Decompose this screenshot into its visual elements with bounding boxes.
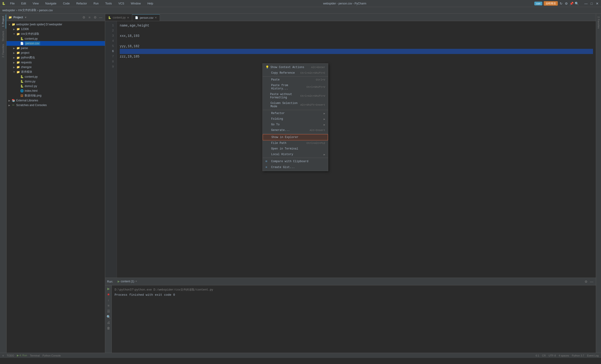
- ctx-label-show-in-explorer: Show in Explorer: [271, 136, 298, 139]
- app-icon: 🐍: [2, 2, 5, 5]
- menubar-navigate[interactable]: Navigate: [43, 1, 58, 6]
- tree-item-12306[interactable]: ▶ 📁 12306: [7, 27, 105, 31]
- tree-item-content-py2[interactable]: 🐍 content.py: [7, 74, 105, 79]
- sync-icon[interactable]: ↻: [559, 2, 563, 5]
- statusbar-terminal[interactable]: Terminal: [30, 354, 40, 357]
- ctx-compare-clipboard[interactable]: ⊞ Compare with Clipboard: [263, 158, 328, 164]
- ctx-paste[interactable]: Paste Ctrl+V: [263, 77, 328, 83]
- tree-item-webspider[interactable]: ▼ 📁 webspider [web spider] D:\webspider: [7, 22, 105, 27]
- tree-item-scratches[interactable]: ▶ ✏ Scratches and Consoles: [7, 103, 105, 108]
- run-filter-btn[interactable]: 🔍: [106, 315, 111, 319]
- tab-content-py-close[interactable]: ✕: [127, 16, 129, 19]
- ctx-create-gist[interactable]: ⊕ Create Gist...: [263, 164, 328, 170]
- run-play-btn[interactable]: ▶: [106, 286, 111, 291]
- menubar-file[interactable]: File: [8, 1, 16, 6]
- minimize-button[interactable]: —: [584, 2, 588, 5]
- ctx-copy-reference[interactable]: Copy Reference Ctrl+Alt+Shift+C: [263, 70, 328, 76]
- ctx-generate[interactable]: Generate... Alt+Insert: [263, 128, 328, 133]
- tree-arrow-zhengze: ▶: [12, 65, 16, 69]
- tree-item-parse[interactable]: ▶ 📁 parse: [7, 46, 105, 50]
- tree-item-person-csv[interactable]: 📄 person.csv: [7, 41, 105, 46]
- project-dropdown-icon[interactable]: ▼: [24, 16, 27, 19]
- run-tab-close[interactable]: ✕: [135, 280, 137, 283]
- code-text-3: xxx,18,193: [120, 33, 140, 39]
- scratch-icon: ✏: [11, 103, 16, 107]
- ctx-file-path[interactable]: File Path Ctrl+Alt+F12: [263, 140, 328, 146]
- tree-item-request-module[interactable]: ▼ 📁 请求模块: [7, 69, 105, 74]
- statusbar-run[interactable]: ▶ 4: Run: [17, 354, 27, 357]
- ctx-show-in-explorer[interactable]: Show in Explorer: [263, 134, 328, 140]
- code-area[interactable]: name,age,height xxx,18,193 yyy,18,182 zz…: [117, 21, 596, 278]
- ctx-paste-no-format[interactable]: Paste without Formatting Ctrl+Alt+Shift+…: [263, 91, 328, 100]
- ctx-column-select[interactable]: Column Selection Mode Alt+Shift+Insert: [263, 100, 328, 109]
- menubar-code[interactable]: Code: [61, 1, 72, 6]
- tree-item-data-png[interactable]: 🖼 数据传输.png: [7, 93, 105, 98]
- menubar-edit[interactable]: Edit: [19, 1, 28, 6]
- tab-person-csv-close[interactable]: ✕: [155, 16, 157, 19]
- breadcrumb-part2[interactable]: csv文件的读取: [18, 8, 36, 12]
- tree-item-zhengze[interactable]: ▶ 📁 zhengze: [7, 65, 105, 69]
- run-print-btn[interactable]: 🖨: [106, 320, 111, 325]
- tab-csv-icon: 📄: [135, 16, 138, 19]
- menubar-refactor[interactable]: Refactor: [74, 1, 89, 6]
- project-list-icon[interactable]: ≡: [87, 15, 92, 20]
- menubar-view[interactable]: View: [31, 1, 41, 6]
- breadcrumb-part1[interactable]: webspider: [2, 9, 15, 12]
- project-settings-icon[interactable]: ⚙: [81, 15, 86, 20]
- tree-item-domo-py[interactable]: 🐍 domo.py: [7, 79, 105, 84]
- statusbar-event-log[interactable]: Event Log: [587, 354, 599, 357]
- tree-item-project[interactable]: ▶ 📁 project: [7, 50, 105, 55]
- run-minimize-icon[interactable]: —: [589, 279, 594, 284]
- statusbar-indent[interactable]: 4 spaces: [559, 354, 569, 357]
- run-trash-btn[interactable]: 🗑: [106, 326, 111, 330]
- statusbar-encoding[interactable]: UTF-8: [549, 354, 556, 357]
- statusbar-python-console[interactable]: Python Console: [42, 354, 61, 357]
- tree-item-python-crawler[interactable]: ▶ 📁 python爬虫: [7, 55, 105, 60]
- tab-content-py[interactable]: 🐍 content.py ✕: [105, 14, 132, 21]
- pin-icon[interactable]: 📌: [570, 2, 573, 5]
- settings-icon[interactable]: ⚙: [564, 2, 568, 5]
- ctx-show-context-actions[interactable]: 💡 Show Context Actions Alt+Enter: [263, 64, 328, 70]
- tree-item-csv-folder[interactable]: ▼ 📁 csv文件的读取: [7, 31, 105, 36]
- statusbar-todo[interactable]: TODO: [7, 354, 14, 357]
- ctx-shortcut-paste: Ctrl+V: [316, 79, 325, 81]
- statusbar-cursor-pos[interactable]: 6:1: [535, 354, 539, 357]
- tree-item-index-html[interactable]: 🌐 index.html: [7, 89, 105, 93]
- statusbar-python-version[interactable]: Python 3.7: [572, 354, 584, 357]
- tree-item-content-py[interactable]: 🐍 content.py: [7, 36, 105, 41]
- close-button[interactable]: ✕: [595, 2, 599, 5]
- ctx-folding[interactable]: Folding ▶: [263, 116, 328, 122]
- breadcrumb-part3[interactable]: person.csv: [39, 9, 53, 12]
- search-icon[interactable]: 🔍: [575, 2, 579, 5]
- run-settings-icon[interactable]: ⚙: [584, 279, 588, 284]
- side-tab-project[interactable]: 1: Project: [0, 15, 6, 29]
- ctx-refactor[interactable]: Refactor ▶: [263, 110, 328, 116]
- statusbar-line-endings[interactable]: CR: [542, 354, 546, 357]
- side-tab-structure[interactable]: Structure: [0, 29, 6, 43]
- menubar-run[interactable]: Run: [91, 1, 100, 6]
- project-gear-icon[interactable]: ⚙: [93, 15, 97, 20]
- maximize-button[interactable]: □: [590, 2, 593, 5]
- run-scroll-down-btn[interactable]: ↓: [106, 298, 111, 302]
- run-list-btn[interactable]: ☰: [106, 309, 111, 314]
- tree-item-requests[interactable]: ▶ 📁 requests: [7, 60, 105, 65]
- run-stop-btn[interactable]: ■: [106, 292, 111, 297]
- ctx-paste-history[interactable]: Paste from History... Ctrl+Shift+V: [263, 83, 328, 91]
- project-close-icon[interactable]: —: [98, 15, 103, 20]
- ctx-goto[interactable]: Go To ▶: [263, 122, 328, 128]
- ctx-open-terminal[interactable]: Open in Terminal: [263, 146, 328, 152]
- ctx-local-history[interactable]: Local History ▶: [263, 152, 328, 157]
- run-tab-content[interactable]: ▶ content (1) ✕: [116, 279, 139, 285]
- menubar-help[interactable]: Help: [146, 1, 155, 6]
- statusbar-menu-icon[interactable]: ≡: [2, 354, 4, 357]
- menubar-tools[interactable]: Tools: [103, 1, 114, 6]
- run-wrap-btn[interactable]: ≡: [106, 303, 111, 308]
- tab-person-csv[interactable]: 📄 person.csv ✕: [132, 14, 160, 21]
- menubar-vcs[interactable]: VCS: [116, 1, 126, 6]
- tree-item-domo2-py[interactable]: 🐍 domo2.py: [7, 84, 105, 89]
- fav-tab-favorites[interactable]: 2: Favorites: [597, 15, 600, 30]
- side-tab-favorites[interactable]: 2: Favorites: [0, 44, 6, 58]
- line-numbers: 1 2 3 4 5 6 7 8 9: [105, 21, 117, 278]
- menubar-window[interactable]: Window: [129, 1, 143, 6]
- tree-item-external-libs[interactable]: ▶ 📚 External Libraries: [7, 98, 105, 103]
